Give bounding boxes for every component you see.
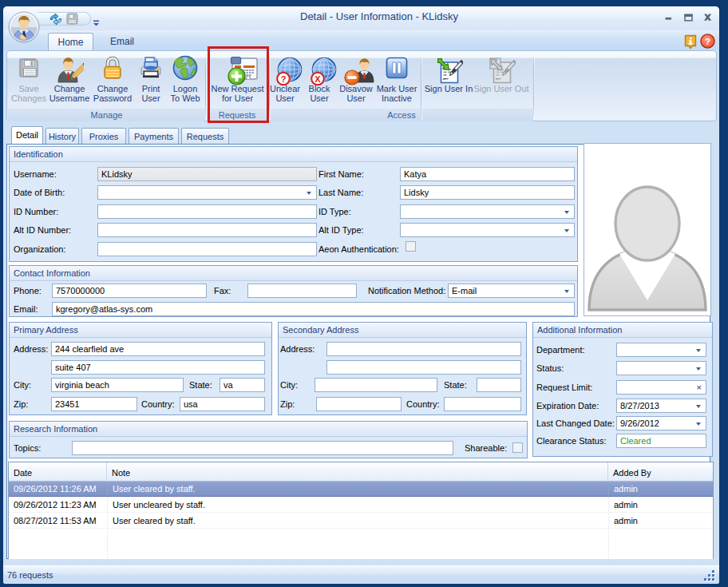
svg-text:?: ? (705, 37, 710, 46)
svg-text:?: ? (281, 74, 287, 84)
svg-text:X: X (315, 74, 321, 84)
